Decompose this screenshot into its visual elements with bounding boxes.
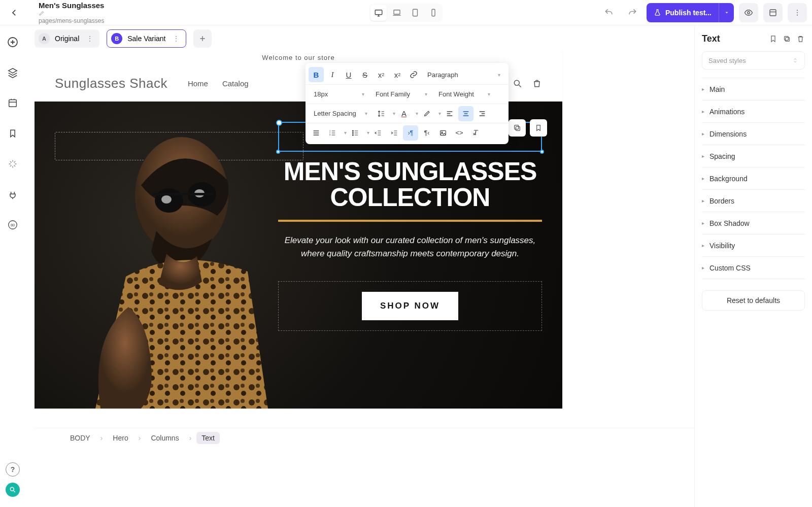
highlight-icon [423,110,431,117]
ltr-button[interactable]: ›¶ [403,125,418,141]
section-borders[interactable]: ▸Borders [702,190,805,212]
preview-button[interactable] [739,3,758,22]
line-height-button[interactable] [374,106,389,121]
panel-delete-button[interactable] [796,35,805,43]
align-left-button[interactable] [442,106,457,121]
clear-format-button[interactable]: T✕ [468,125,483,141]
outdent-button[interactable] [370,125,386,141]
device-tablet[interactable] [407,5,423,21]
strike-button[interactable]: S [357,67,373,82]
crumb-body[interactable]: BODY [65,432,95,444]
edit-title-icon[interactable] [39,10,107,16]
forms-button[interactable] [5,187,20,202]
history-button[interactable]: 80 [5,217,20,232]
sparkle-icon [8,159,18,169]
ul-caret[interactable]: ▾ [367,130,369,136]
variant-b-menu[interactable]: ⋮ [171,35,182,43]
code-view-button[interactable]: <> [452,125,467,141]
svg-point-31 [352,132,353,133]
subscript-button[interactable]: x2 [390,67,405,82]
sections-button[interactable] [5,95,20,111]
variant-a-label: Original [55,35,79,43]
highlight-button[interactable] [419,106,434,121]
hero-subcopy[interactable]: Elevate your look with our curated colle… [278,234,542,261]
crumb-columns[interactable]: Columns [146,432,184,444]
ordered-list-button[interactable]: 123 [325,125,340,141]
line-height-caret[interactable]: ▾ [393,111,395,116]
section-spacing[interactable]: ▸Spacing [702,145,805,167]
variant-b-tab[interactable]: B Sale Variant ⋮ [107,29,186,48]
storefront-search-icon[interactable] [513,79,523,89]
rtl-button[interactable]: ¶‹ [419,125,434,141]
variant-a-menu[interactable]: ⋮ [84,35,95,43]
nav-home[interactable]: Home [188,79,208,88]
font-size-select[interactable]: 18px▾ [309,87,369,102]
publish-button[interactable]: Publish test... [647,3,734,22]
crumb-text[interactable]: Text [196,432,220,444]
superscript-button[interactable]: x2 [374,67,389,82]
section-box-shadow[interactable]: ▸Box Shadow [702,212,805,234]
link-button[interactable] [406,67,421,82]
panel-bookmark-button[interactable] [769,35,777,43]
storefront-cart-icon[interactable] [532,79,542,89]
plus-icon [198,35,207,43]
font-family-select[interactable]: Font Family▾ [370,87,432,102]
layers-button[interactable] [5,65,20,80]
block-type-select[interactable]: Paragraph▾ [422,67,505,82]
align-center-button[interactable] [458,106,473,121]
highlight-caret[interactable]: ▾ [438,111,441,116]
svg-point-32 [352,134,353,136]
section-visibility[interactable]: ▸Visibility [702,234,805,257]
text-color-button[interactable]: A [396,106,412,121]
inline-save-button[interactable] [530,119,547,137]
saved-styles-select[interactable]: Saved styles [702,51,805,70]
mobile-icon [429,8,438,17]
add-element-button[interactable] [5,35,20,50]
bold-button[interactable]: B [309,67,324,82]
svg-rect-35 [786,38,790,42]
section-background[interactable]: ▸Background [702,167,805,190]
bookmarks-button[interactable] [5,126,20,141]
hero-headline[interactable]: MEN'S SUNGLASSES COLLECTION [278,159,542,211]
panel-copy-button[interactable] [783,35,791,43]
image-button[interactable] [435,125,451,141]
italic-button[interactable]: I [325,67,340,82]
publish-dropdown[interactable] [719,3,734,22]
unordered-list-button[interactable] [348,125,363,141]
add-variant-button[interactable] [193,29,212,48]
variant-a-tab[interactable]: A Original ⋮ [35,29,99,48]
device-desktop[interactable] [370,5,387,21]
section-dimensions[interactable]: ▸Dimensions [702,123,805,145]
hero-section[interactable]: SEE THE WORLD IN STYLE MEN'S SUNGLASSES … [35,102,562,409]
nav-catalog[interactable]: Catalog [222,79,249,88]
more-button[interactable] [788,3,807,22]
undo-button[interactable] [600,4,618,22]
device-mobile[interactable] [425,5,442,21]
indent-button[interactable] [387,125,402,141]
hero-cta-button[interactable]: SHOP NOW [362,292,458,320]
letter-spacing-select[interactable]: Letter Spacing▾ [309,106,373,121]
svg-point-8 [797,14,798,15]
zoom-button[interactable] [6,483,20,497]
reset-defaults-button[interactable]: Reset to defaults [702,290,805,311]
justify-button[interactable] [309,125,324,141]
hero-content: SEE THE WORLD IN STYLE MEN'S SUNGLASSES … [278,122,542,331]
font-weight-select[interactable]: Font Weight▾ [433,87,495,102]
section-main[interactable]: ▸Main [702,78,805,100]
crumb-hero[interactable]: Hero [108,432,133,444]
text-color-caret[interactable]: ▾ [416,111,418,116]
bookmark-icon [534,124,543,132]
device-laptop[interactable] [389,5,405,21]
code-button[interactable] [763,3,783,22]
redo-button[interactable] [623,4,641,22]
section-custom-css[interactable]: ▸Custom CSS [702,257,805,279]
hero-cta-container[interactable]: SHOP NOW [278,281,542,331]
ai-button[interactable] [5,156,20,172]
back-button[interactable] [5,4,23,22]
section-animations[interactable]: ▸Animations [702,100,805,123]
underline-button[interactable]: U [341,67,356,82]
ol-caret[interactable]: ▾ [344,130,347,136]
align-right-button[interactable] [475,106,490,121]
help-button[interactable]: ? [6,462,20,477]
inline-copy-button[interactable] [509,119,526,137]
